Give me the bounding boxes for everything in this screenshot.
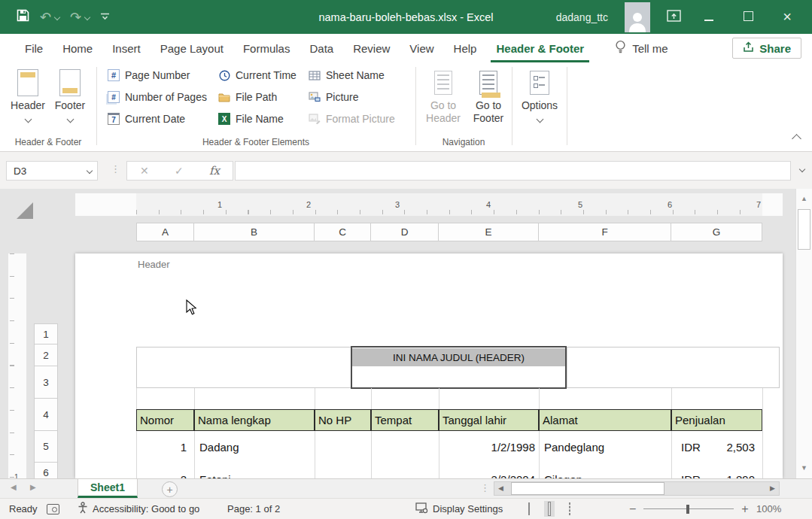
cell-f1[interactable] [540,388,672,409]
share-button[interactable]: Share [732,38,801,59]
sheet-nav-left-icon[interactable]: ◀ [11,483,17,491]
row-header-2[interactable]: 2 [34,344,58,366]
tab-header-and-footer[interactable]: Header & Footer [486,34,594,62]
macro-record-button[interactable] [47,499,59,519]
footer-button[interactable]: Footer [50,66,90,132]
picture-button[interactable]: Picture [309,89,359,105]
normal-view-button[interactable] [525,501,534,517]
close-button[interactable]: × [776,8,798,26]
file-path-button[interactable]: File Path [218,89,277,105]
tab-insert[interactable]: Insert [102,34,151,62]
cell-nomor[interactable]: 2 [137,463,195,478]
select-all-triangle[interactable] [17,202,33,219]
table-header-alamat[interactable]: Alamat [539,409,671,431]
tab-data[interactable]: Data [300,34,343,62]
column-header-g[interactable]: G [671,223,762,241]
cell-a1[interactable] [137,388,195,409]
cell-g1[interactable] [672,388,763,409]
maximize-button[interactable] [737,10,759,25]
current-time-button[interactable]: Current Time [218,67,297,83]
page-layout-view-button[interactable] [544,501,555,517]
vertical-scrollbar[interactable]: ▲ ▼ [795,189,812,478]
scroll-down-icon[interactable]: ▼ [796,460,812,475]
cell-tempat[interactable] [372,431,439,463]
scroll-right-icon[interactable]: ▶ [770,484,775,492]
table-header-nomor[interactable]: Nomor [136,409,194,431]
expand-formula-bar-icon[interactable] [799,166,805,172]
save-icon[interactable] [17,9,29,25]
header-button[interactable]: Header [8,66,48,132]
ribbon-display-options-icon[interactable] [667,10,681,25]
avatar[interactable] [625,2,650,32]
column-header-d[interactable]: D [370,223,439,241]
table-header-nama-lengkap[interactable]: Nama lengkap [194,409,315,431]
cell-penjualan[interactable]: IDR 2,503 [672,431,763,463]
scroll-up-icon[interactable]: ▲ [796,191,812,206]
minimize-button[interactable] [698,10,720,25]
zoom-slider-thumb[interactable] [686,505,689,514]
redo-button[interactable]: ↷ [70,9,90,26]
tab-review[interactable]: Review [343,34,400,62]
tab-page-layout[interactable]: Page Layout [151,34,233,62]
cell-b1[interactable] [195,388,315,409]
tell-me-box[interactable]: Tell me [615,34,668,62]
row-header-1[interactable]: 1 [34,323,58,344]
zoom-slider[interactable] [643,508,734,510]
row-header-3[interactable]: 3 [34,366,58,399]
vertical-scrollbar-thumb[interactable] [798,209,810,250]
cell-nomor[interactable]: 1 [137,431,195,463]
zoom-level[interactable]: 100% [756,499,781,519]
page-break-view-button[interactable] [565,501,574,517]
scroll-left-icon[interactable]: ◀ [498,484,503,492]
new-sheet-button[interactable]: + [162,481,178,497]
cell-no-hp[interactable] [315,431,372,463]
cell-tempat[interactable] [372,463,439,478]
cell-nama[interactable]: Fatoni [195,463,315,478]
number-of-pages-button[interactable]: # Number of Pages [108,89,207,105]
sheet-nav-right-icon[interactable]: ▶ [30,483,36,491]
name-box-dropdown-icon[interactable] [87,168,93,174]
sheet-tab-sheet1[interactable]: Sheet1 [78,479,138,498]
table-header-tanggal-lahir[interactable]: Tanggal lahir [439,409,539,431]
sheet-name-button[interactable]: Sheet Name [309,67,385,83]
column-header-c[interactable]: C [314,223,371,241]
header-center-edit-box[interactable]: INI NAMA JUDUL (HEADER) [351,346,567,389]
cell-alamat[interactable]: Cilegon [540,463,672,478]
table-header-penjualan[interactable]: Penjualan [671,409,762,431]
table-header-no-hp[interactable]: No HP [315,409,371,431]
options-button[interactable]: Options [518,66,561,132]
cell-e1[interactable] [439,388,540,409]
collapse-ribbon-icon[interactable] [792,134,801,144]
column-header-e[interactable]: E [438,223,539,241]
cell-tanggal-lahir[interactable]: 1/2/1998 [439,431,540,463]
horizontal-scrollbar[interactable]: ◀ ▶ [494,481,780,496]
cell-nama[interactable]: Dadang [195,431,315,463]
column-header-a[interactable]: A [136,223,194,241]
cell-d1[interactable] [372,388,439,409]
insert-function-icon[interactable]: fx [209,164,220,178]
cell-c1[interactable] [315,388,372,409]
go-to-footer-button[interactable]: Go to Footer [467,66,510,132]
cell-no-hp[interactable] [315,463,372,478]
formula-bar-resize-handle[interactable]: ⋮ [111,163,120,175]
row-header-6[interactable]: 6 [34,462,58,478]
current-date-button[interactable]: 7 Current Date [108,111,185,127]
horizontal-scrollbar-thumb[interactable] [511,482,665,495]
tab-formulas[interactable]: Formulas [233,34,300,62]
cell-alamat[interactable]: Pandeglang [540,431,672,463]
tab-home[interactable]: Home [53,34,102,62]
display-settings-button[interactable]: Display Settings [415,499,503,519]
formula-input[interactable] [235,161,791,181]
accessibility-status[interactable]: Accessibility: Good to go [78,499,199,519]
column-header-f[interactable]: F [538,223,671,241]
tab-help[interactable]: Help [444,34,487,62]
tab-view[interactable]: View [400,34,443,62]
name-box[interactable]: D3 [6,161,98,181]
customize-quick-access-toolbar-icon[interactable] [100,11,110,24]
page-number-button[interactable]: # Page Number [108,67,190,83]
zoom-in-button[interactable]: + [741,502,748,516]
cell-tanggal-lahir[interactable]: 3/2/2004 [439,463,540,478]
column-header-b[interactable]: B [193,223,315,241]
header-left-section[interactable] [137,348,351,387]
tab-bar-resize-handle[interactable]: ⋮ [480,482,490,493]
